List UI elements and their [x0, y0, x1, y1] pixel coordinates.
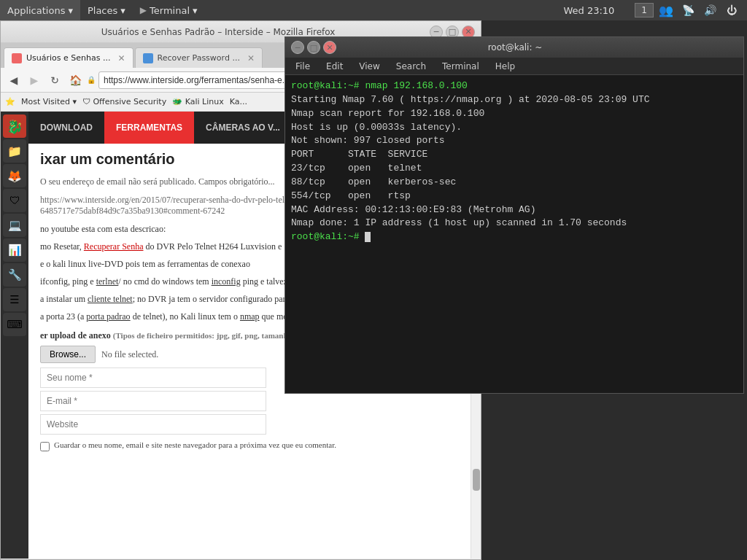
term-menu-search[interactable]: Search: [389, 58, 433, 74]
ff-tab-label-0: Usuários e Senhas ...: [26, 53, 110, 63]
youtube-text-content: no youtube esta com esta descricao:: [40, 224, 166, 234]
term-line-10: MAC Address: 00:12:13:00:E9:83 (Metrohm …: [291, 203, 738, 217]
article-link-porta[interactable]: porta padrao: [86, 311, 130, 322]
sidebar: 🐉 📁 🦊 🛡 💻 📊 🔧 ☰ ⌨: [1, 112, 28, 559]
browse-button[interactable]: Browse...: [40, 346, 96, 363]
clock: Wed 23:10: [549, 5, 629, 16]
ff-tab-favicon-0: [12, 53, 22, 63]
volume-icon[interactable]: 🔊: [700, 1, 719, 20]
term-prompt-13: root@kali:~#: [291, 231, 365, 242]
sidebar-icon-3[interactable]: 🛡: [3, 189, 26, 212]
remember-me-checkbox[interactable]: [40, 442, 50, 451]
name-field[interactable]: [40, 368, 266, 388]
terminal-icon: ▶: [140, 5, 147, 15]
term-line-3: Nmap scan report for 192.168.0.100: [291, 107, 738, 121]
places-arrow: ▾: [120, 5, 125, 16]
term-line-4: Host is up (0.00033s latency).: [291, 121, 738, 135]
term-line-0: root@kali:~# nmap 192.168.0.100: [291, 79, 738, 93]
article-link-1[interactable]: Recuperar Senha: [84, 241, 144, 252]
terminal-menu[interactable]: ▶ Terminal ▾: [133, 0, 205, 20]
ff-tab-1[interactable]: Recover Password ... ✕: [135, 47, 263, 68]
ff-bookmark-most-visited[interactable]: Most Visited ▾: [21, 97, 77, 106]
terminal-window: ─ □ ✕ root@kali: ~ File Edit View Search…: [285, 36, 744, 394]
term-line-6: PORT STATE SERVICE: [291, 148, 738, 162]
ff-bookmark-kali-linux[interactable]: 🐲 Kali Linux: [172, 97, 224, 106]
applications-menu[interactable]: Applications ▾: [0, 0, 80, 20]
sidebar-icon-1[interactable]: 📁: [3, 139, 26, 163]
term-menu-help[interactable]: Help: [488, 58, 522, 74]
taskbar: Applications ▾ Places ▾ ▶ Terminal ▾ Wed…: [0, 0, 747, 20]
term-menu-terminal[interactable]: Terminal: [435, 58, 487, 74]
no-file-text: No file selected.: [101, 349, 158, 360]
sidebar-icon-2[interactable]: 🦊: [3, 164, 26, 187]
term-titlebar: ─ □ ✕ root@kali: ~: [285, 37, 743, 58]
ff-reload-btn[interactable]: ↻: [46, 71, 63, 89]
term-line-2: Starting Nmap 7.60 ( https://nmap.org ) …: [291, 93, 738, 107]
network-icon[interactable]: 📡: [678, 1, 697, 20]
ff-lock-icon: 🔒: [87, 76, 96, 84]
remember-me-label: Guardar o meu nome, email e site neste n…: [54, 440, 336, 449]
ff-back-btn[interactable]: ◀: [5, 71, 23, 89]
term-line-13: root@kali:~#: [291, 230, 738, 244]
term-title: root@kali: ~: [342, 42, 688, 52]
sidebar-icon-5[interactable]: 📊: [3, 238, 26, 262]
ff-tab-favicon-1: [143, 53, 153, 63]
workspace-badge[interactable]: 1: [635, 3, 654, 18]
term-line-7: 23/tcp open telnet: [291, 162, 738, 176]
term-line-9: 554/tcp open rtsp: [291, 190, 738, 203]
ff-bookmark-ka[interactable]: Ka...: [230, 97, 247, 106]
term-menubar: File Edit View Search Terminal Help: [285, 58, 743, 75]
term-menu-edit[interactable]: Edit: [319, 58, 350, 74]
term-body[interactable]: root@kali:~# nmap 192.168.0.100Starting …: [285, 75, 743, 393]
ff-star-icon: ⭐: [5, 97, 15, 106]
people-icon[interactable]: 👥: [657, 1, 676, 20]
website-field[interactable]: [40, 414, 266, 435]
term-line-5: Not shown: 997 closed ports: [291, 134, 738, 148]
sidebar-icon-8[interactable]: ⌨: [3, 313, 26, 336]
sidebar-icon-4[interactable]: 💻: [3, 214, 26, 237]
term-menu-file[interactable]: File: [288, 58, 317, 74]
ff-tab-0[interactable]: Usuários e Senhas ... ✕: [4, 47, 133, 68]
sidebar-icon-0[interactable]: 🐉: [3, 114, 26, 138]
term-controls: ─ □ ✕: [291, 41, 336, 54]
article-link-terlnet[interactable]: terlnet: [96, 276, 119, 287]
ff-tab-close-1[interactable]: ✕: [247, 53, 255, 63]
site-nav-download[interactable]: DOWNLOAD: [28, 112, 104, 144]
term-close-btn[interactable]: ✕: [323, 41, 336, 54]
taskbar-right-area: 1 👥 📡 🔊 ⏻: [629, 1, 747, 20]
applications-label: Applications: [7, 5, 65, 16]
article-link-cliente[interactable]: cliente telnet: [88, 294, 133, 304]
term-cursor: [365, 232, 371, 242]
places-label: Places: [88, 5, 117, 16]
sidebar-icon-7[interactable]: ☰: [3, 288, 26, 311]
site-nav-cameras[interactable]: CÂMERAS AO V...: [194, 112, 292, 144]
remember-me-row: Guardar o meu nome, email e site neste n…: [40, 440, 469, 451]
terminal-arrow: ▾: [193, 5, 198, 16]
term-line-12: Nmap done: 1 IP address (1 host up) scan…: [291, 217, 738, 230]
upload-label-text: er upload de anexo: [40, 330, 111, 341]
places-menu[interactable]: Places ▾: [80, 0, 133, 20]
ff-forward-btn[interactable]: ▶: [26, 71, 43, 89]
power-icon[interactable]: ⏻: [722, 1, 741, 20]
ff-home-btn[interactable]: 🏠: [66, 71, 84, 89]
term-menu-view[interactable]: View: [352, 58, 387, 74]
article-link-inconfig[interactable]: inconfig: [212, 276, 241, 287]
article-link-nmap[interactable]: nmap: [240, 311, 260, 322]
ff-titlebar-title: Usuários e Senhas Padrão – Interside – M…: [7, 27, 430, 37]
terminal-label: Terminal: [150, 5, 190, 16]
ff-tab-label-1: Recover Password ...: [158, 53, 240, 63]
sidebar-icon-6[interactable]: 🔧: [3, 263, 26, 287]
term-prompt-0: root@kali:~# nmap 192.168.0.100: [291, 80, 468, 91]
ff-scrollbar-thumb[interactable]: [473, 469, 480, 491]
term-minimize-btn[interactable]: ─: [291, 41, 304, 54]
email-field[interactable]: [40, 391, 266, 411]
applications-arrow: ▾: [68, 5, 73, 16]
ff-bookmark-offensive-security[interactable]: 🛡 Offensive Security: [82, 97, 166, 106]
site-nav-ferramentas[interactable]: FERRAMENTAS: [104, 112, 194, 144]
term-maximize-btn[interactable]: □: [307, 41, 320, 54]
term-line-8: 88/tcp open kerberos-sec: [291, 176, 738, 190]
ff-tab-close-0[interactable]: ✕: [117, 53, 125, 63]
